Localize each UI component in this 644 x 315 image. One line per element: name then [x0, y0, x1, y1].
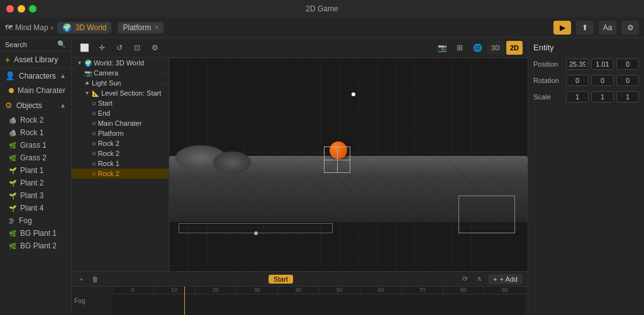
left-panel: 🔍 + Asset Library 👤 Characters ▲ Main Ch…	[0, 38, 72, 315]
tab-world-icon: 🌍	[62, 23, 72, 32]
list-item[interactable]: 🌿 Grass 2	[0, 152, 71, 164]
hier-light[interactable]: ☀ Light Sun ⋯	[72, 78, 169, 88]
world-icon: 🌍	[84, 60, 92, 67]
timeline-rewind-icon[interactable]: ⟳	[460, 274, 470, 284]
title-bar: 2D Game	[0, 0, 644, 18]
list-item[interactable]: Main Charater	[0, 84, 71, 97]
hier-rock2b[interactable]: ○ Rock 2	[72, 148, 169, 158]
timeline-fog-label: Fog	[74, 297, 112, 304]
hier-start[interactable]: ○ Start	[72, 98, 169, 108]
start-icon: ○	[92, 99, 96, 107]
position-y-input[interactable]	[591, 58, 614, 70]
search-bar: 🔍	[0, 38, 71, 52]
rock2a-icon: ○	[92, 140, 96, 147]
characters-icon: 👤	[5, 71, 15, 80]
position-x-input[interactable]	[566, 58, 589, 70]
scene-viewport[interactable]	[169, 58, 528, 271]
list-item[interactable]: 🪨 Rock 2	[0, 114, 71, 126]
globe-icon[interactable]: 🌐	[470, 41, 485, 55]
settings-tool[interactable]: ⚙	[147, 41, 162, 55]
share-button[interactable]: ⬆	[576, 21, 594, 35]
timeline-delete-icon[interactable]: 🗑	[89, 275, 101, 284]
settings-icon: ⚙	[627, 23, 634, 32]
hier-platform[interactable]: ○ Platform	[72, 128, 169, 138]
section-characters[interactable]: 👤 Characters ▲	[0, 69, 71, 83]
list-item[interactable]: 🌿 BG Plant 1	[0, 227, 71, 240]
rotate-tool[interactable]: ↺	[112, 41, 127, 55]
hierarchy-panel: ▼ 🌍 World: 3D World 📷 Camera ⋯ ☀ Light S…	[72, 58, 169, 271]
timeline-add-icon[interactable]: +	[77, 275, 86, 284]
mode-2d-button[interactable]: 2D	[506, 41, 523, 55]
rotation-x-input[interactable]	[566, 75, 589, 86]
list-item[interactable]: 🌱 Plant 3	[0, 189, 71, 202]
asset-library-button[interactable]: + Asset Library	[0, 52, 71, 69]
list-item[interactable]: 🌱 Plant 4	[0, 202, 71, 214]
hier-rock2-selected[interactable]: ○ Rock 2	[72, 169, 169, 179]
text-icon: Aa	[603, 23, 613, 32]
rotation-label: Rotation	[533, 77, 559, 84]
move-tool[interactable]: ✛	[94, 41, 109, 55]
tab-platform[interactable]: Platform ×	[118, 22, 164, 33]
hier-level-section[interactable]: ▼ 📐 Level Section: Start	[72, 88, 169, 98]
level-icon: 📐	[92, 90, 99, 97]
tab-bar: 🗺 Mind Map › 🌍 3D World Platform × ▶ ⬆ A…	[0, 18, 644, 38]
platform-icon: ○	[92, 130, 96, 137]
timeline-toolbar: + 🗑 Start ⟳ ∧ + + Add	[72, 272, 528, 287]
scale-z-input[interactable]	[616, 91, 639, 102]
hier-world[interactable]: ▼ 🌍 World: 3D World	[72, 58, 169, 68]
mark-70: 70	[401, 287, 443, 293]
text-button[interactable]: Aa	[599, 21, 616, 35]
rock2b-label: Rock 2	[98, 150, 119, 157]
scale-tool[interactable]: ⊡	[130, 41, 145, 55]
list-item[interactable]: 🌿 BG Plant 2	[0, 240, 71, 252]
timeline-add-button[interactable]: + + Add	[488, 274, 523, 284]
maximize-button[interactable]	[29, 5, 36, 13]
settings-button[interactable]: ⚙	[621, 21, 639, 35]
list-item[interactable]: 🪨 Rock 1	[0, 126, 71, 139]
list-item[interactable]: 🌫 Fog	[0, 214, 71, 227]
timeline-track: Fog 0 10 20 30 40 50 60 70 80 90	[72, 287, 528, 315]
mode-3d-button[interactable]: 3D	[487, 41, 504, 55]
list-item[interactable]: 🌱 Plant 1	[0, 164, 71, 177]
list-item[interactable]: 🌱 Plant 2	[0, 177, 71, 189]
section-objects[interactable]: ⚙ Objects ▲	[0, 98, 71, 113]
selection-tool[interactable]: ⬜	[77, 41, 92, 55]
breadcrumb-mindmap[interactable]: Mind Map	[15, 23, 48, 32]
scale-y-input[interactable]	[591, 91, 614, 102]
light-icon: ☀	[84, 80, 90, 87]
hier-rock1[interactable]: ○ Rock 1	[72, 158, 169, 169]
timeline-collapse-icon[interactable]: ∧	[474, 274, 484, 284]
tab-3dworld[interactable]: 🌍 3D World	[57, 22, 112, 33]
hier-rock2a[interactable]: ○ Rock 2	[72, 138, 169, 148]
timeline-panel: + 🗑 Start ⟳ ∧ + + Add Fog 0 10 20	[72, 271, 528, 315]
search-input[interactable]	[5, 41, 55, 48]
scale-x-input[interactable]	[566, 91, 589, 102]
hier-camera[interactable]: 📷 Camera ⋯	[72, 68, 169, 78]
rotation-y-input[interactable]	[591, 75, 614, 86]
timeline-start-button[interactable]: Start	[269, 275, 293, 284]
rotation-z-input[interactable]	[616, 75, 639, 86]
minimize-button[interactable]	[18, 5, 25, 13]
play-icon: ▶	[560, 23, 565, 32]
rock1-icon: ○	[92, 160, 96, 167]
hier-end[interactable]: ○ End	[72, 108, 169, 118]
object-fog-label: Fog	[19, 216, 32, 225]
rock2-sel-icon: ○	[92, 170, 96, 177]
hier-main-char[interactable]: ○ Main Charater	[72, 118, 169, 128]
hier-options-icon: ⋯	[160, 70, 166, 77]
mark-90: 90	[484, 287, 525, 293]
viewport-icon[interactable]: ⊞	[452, 41, 467, 55]
scene-content	[169, 58, 528, 271]
timeline-ruler[interactable]: 0 10 20 30 40 50 60 70 80 90	[112, 287, 525, 315]
play-button[interactable]: ▶	[553, 21, 571, 35]
object-grass2-label: Grass 2	[20, 153, 47, 162]
asset-library-label: Asset Library	[14, 55, 58, 64]
close-button[interactable]	[6, 5, 14, 13]
position-z-input[interactable]	[616, 58, 639, 70]
camera-icon[interactable]: 📷	[435, 41, 450, 55]
ruler-marks: 0 10 20 30 40 50 60 70 80 90	[112, 287, 525, 294]
object-plant3-label: Plant 3	[20, 191, 43, 200]
list-item[interactable]: 🌿 Grass 1	[0, 139, 71, 152]
tab-close-icon[interactable]: ×	[155, 24, 158, 31]
selection-box	[324, 146, 350, 173]
